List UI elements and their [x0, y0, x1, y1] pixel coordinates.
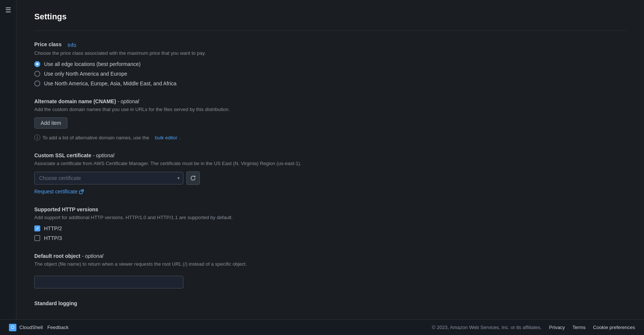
http-versions-section: Supported HTTP versions Add support for …	[34, 206, 626, 241]
footer-right: © 2023, Amazon Web Services, Inc. or its…	[432, 325, 635, 330]
price-class-description: Choose the price class associated with t…	[34, 50, 626, 56]
http-versions-checkbox-group: HTTP/2 HTTP/3	[34, 225, 626, 241]
default-root-object-optional: - optional	[82, 253, 104, 259]
external-link-icon	[79, 189, 84, 194]
hamburger-icon[interactable]: ☰	[5, 6, 11, 14]
ssl-certificate-description: Associate a certificate from AWS Certifi…	[34, 161, 626, 166]
ssl-certificate-row: Choose certificate ▾	[34, 171, 626, 185]
radio-all-locations-label: Use all edge locations (best performance…	[44, 61, 141, 67]
radio-north-america-europe-asia-circle	[34, 80, 40, 86]
cloudshell-button[interactable]: ⬡ CloudShell	[9, 324, 43, 331]
http-versions-description: Add support for additional HTTP versions…	[34, 215, 626, 220]
refresh-icon	[190, 175, 196, 181]
add-item-button[interactable]: Add item	[34, 117, 67, 129]
ssl-certificate-label: Custom SSL certificate	[34, 152, 91, 158]
radio-north-america-europe[interactable]: Use only North America and Europe	[34, 71, 626, 77]
refresh-button[interactable]	[186, 171, 200, 185]
radio-north-america-europe-asia-label: Use North America, Europe, Asia, Middle …	[44, 80, 177, 86]
checkbox-http2[interactable]: HTTP/2	[34, 225, 626, 231]
radio-north-america-europe-circle	[34, 71, 40, 77]
http-versions-label: Supported HTTP versions	[34, 206, 98, 212]
checkbox-http3[interactable]: HTTP/3	[34, 235, 626, 241]
request-certificate-link[interactable]: Request certificate	[34, 189, 78, 195]
alternate-domain-label: Alternate domain name (CNAME)	[34, 98, 116, 104]
price-class-label: Price class	[34, 41, 61, 47]
sidebar: ☰	[0, 0, 16, 319]
info-icon: i	[34, 135, 40, 140]
bulk-editor-text: To add a list of alternative domain name…	[42, 135, 149, 140]
certificate-select[interactable]: Choose certificate	[34, 172, 183, 184]
bulk-editor-link[interactable]: bulk editor	[155, 135, 177, 140]
terms-link[interactable]: Terms	[572, 325, 585, 330]
checkbox-http2-label: HTTP/2	[44, 225, 62, 231]
checkbox-http3-box	[34, 235, 40, 241]
radio-all-locations[interactable]: Use all edge locations (best performance…	[34, 61, 626, 67]
standard-logging-section: Standard logging	[34, 300, 626, 306]
alternate-domain-section: Alternate domain name (CNAME) - optional…	[34, 98, 626, 140]
price-class-section: Price class Info Choose the price class …	[34, 41, 626, 86]
default-root-object-input[interactable]	[34, 276, 183, 288]
checkbox-http2-box	[34, 225, 40, 231]
standard-logging-label: Standard logging	[34, 300, 77, 306]
certificate-select-wrapper: Choose certificate ▾	[34, 172, 183, 184]
alternate-domain-optional: - optional	[117, 98, 139, 104]
footer-copyright: © 2023, Amazon Web Services, Inc. or its…	[432, 325, 542, 330]
bulk-editor-row: i To add a list of alternative domain na…	[34, 135, 626, 140]
price-class-radio-group: Use all edge locations (best performance…	[34, 61, 626, 86]
privacy-link[interactable]: Privacy	[549, 325, 565, 330]
section-divider	[34, 31, 626, 31]
footer-left: ⬡ CloudShell Feedback	[9, 324, 69, 331]
page-title: Settings	[34, 12, 626, 22]
ssl-certificate-optional: - optional	[93, 152, 114, 158]
default-root-object-label: Default root object	[34, 253, 80, 259]
radio-north-america-europe-label: Use only North America and Europe	[44, 71, 127, 77]
price-class-info-link[interactable]: Info	[67, 42, 76, 48]
request-certificate-row: Request certificate	[34, 189, 626, 195]
checkbox-http3-label: HTTP/3	[44, 235, 62, 241]
footer: ⬡ CloudShell Feedback © 2023, Amazon Web…	[0, 319, 644, 335]
radio-north-america-europe-asia[interactable]: Use North America, Europe, Asia, Middle …	[34, 80, 626, 86]
feedback-link[interactable]: Feedback	[47, 325, 69, 330]
default-root-object-description: The object (file name) to return when a …	[34, 261, 626, 267]
bulk-editor-suffix: .	[180, 135, 181, 140]
radio-all-locations-circle	[34, 61, 40, 67]
ssl-certificate-section: Custom SSL certificate - optional Associ…	[34, 152, 626, 195]
cloudshell-label: CloudShell	[19, 325, 43, 330]
content-area: Settings Price class Info Choose the pri…	[16, 0, 644, 319]
alternate-domain-description: Add the custom domain names that you use…	[34, 107, 626, 112]
cloudshell-icon: ⬡	[9, 324, 16, 331]
default-root-object-section: Default root object - optional The objec…	[34, 253, 626, 288]
cookie-preferences-link[interactable]: Cookie preferences	[593, 325, 635, 330]
